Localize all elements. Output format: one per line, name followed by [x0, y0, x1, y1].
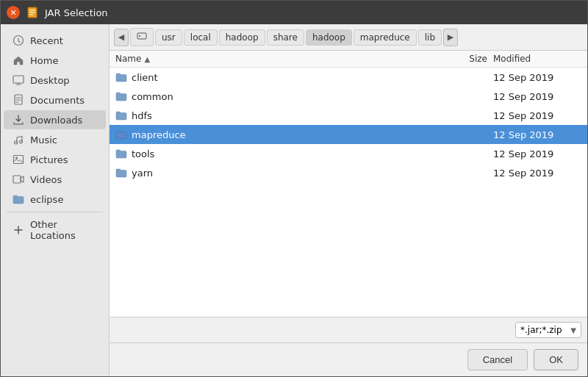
sidebar-item-home[interactable]: Home: [4, 51, 106, 70]
music-icon: [12, 134, 24, 146]
file-name-mapreduce: mapreduce: [132, 129, 186, 140]
sidebar-label-music: Music: [30, 134, 57, 146]
file-row-tools[interactable]: tools 12 Sep 2019: [110, 144, 587, 163]
sidebar-label-videos: Videos: [30, 174, 62, 185]
folder-icon-mapreduce: [115, 129, 127, 140]
file-row-client[interactable]: client 12 Sep 2019: [110, 68, 587, 87]
file-row-mapreduce[interactable]: mapreduce 12 Sep 2019: [110, 125, 587, 144]
svg-rect-2: [29, 12, 35, 13]
file-modified-mapreduce: 12 Sep 2019: [493, 129, 581, 140]
sidebar-divider: [7, 212, 103, 212]
svg-rect-11: [13, 176, 21, 183]
file-modified-tools: 12 Sep 2019: [493, 148, 581, 159]
title-bar: ✕ JAR Selection: [1, 1, 587, 24]
sidebar-item-eclipse[interactable]: eclipse: [4, 190, 106, 209]
sidebar-label-documents: Documents: [30, 95, 85, 106]
window-title: JAR Selection: [45, 7, 108, 18]
sidebar-label-recent: Recent: [30, 35, 63, 46]
sidebar-item-documents[interactable]: Documents: [4, 90, 106, 109]
breadcrumb-item-hadoop2[interactable]: hadoop: [306, 29, 352, 46]
sidebar-item-pictures[interactable]: Pictures: [4, 150, 106, 169]
close-button[interactable]: ✕: [7, 6, 20, 19]
svg-rect-5: [13, 76, 24, 83]
back-arrow-icon: ◀: [118, 32, 124, 42]
file-name-common: common: [132, 91, 173, 102]
sidebar-item-other-locations[interactable]: Other Locations: [4, 215, 106, 245]
breadcrumb-root[interactable]: [130, 28, 154, 46]
action-bar: Cancel OK: [110, 342, 587, 376]
svg-rect-3: [29, 14, 33, 15]
pictures-icon: [12, 154, 24, 165]
ok-button[interactable]: OK: [534, 349, 578, 370]
desktop-icon: [12, 74, 24, 86]
file-area: ◀ usr local hadoop share: [110, 24, 587, 376]
svg-rect-1: [29, 10, 35, 11]
svg-point-13: [139, 35, 140, 37]
filter-arrow-icon: ▼: [570, 326, 576, 334]
file-list: Name ▲ Size Modified client: [110, 51, 587, 317]
folder-icon-yarn: [115, 167, 127, 179]
breadcrumb-item-lib[interactable]: lib: [418, 29, 442, 46]
sidebar-item-videos[interactable]: Videos: [4, 170, 106, 189]
file-name-client: client: [132, 72, 158, 83]
file-modified-hdfs: 12 Sep 2019: [493, 110, 581, 121]
file-modified-yarn: 12 Sep 2019: [493, 168, 581, 179]
drive-icon: [137, 31, 147, 41]
column-header-name[interactable]: Name ▲: [115, 54, 434, 64]
sidebar-label-desktop: Desktop: [30, 75, 70, 86]
filter-bar: *.jar;*.zip ▼: [110, 317, 587, 342]
svg-rect-12: [137, 33, 146, 39]
sidebar-label-downloads: Downloads: [30, 115, 82, 126]
sidebar-item-desktop[interactable]: Desktop: [4, 71, 106, 90]
videos-icon: [12, 173, 24, 185]
breadcrumb-item-share[interactable]: share: [267, 29, 304, 46]
column-header-modified[interactable]: Modified: [493, 54, 581, 64]
svg-rect-9: [14, 156, 24, 164]
breadcrumb-item-mapreduce[interactable]: mapreduce: [354, 29, 417, 46]
folder-icon-hdfs: [115, 109, 127, 121]
file-modified-common: 12 Sep 2019: [493, 91, 581, 102]
file-row-yarn[interactable]: yarn 12 Sep 2019: [110, 163, 587, 182]
breadcrumb-item-hadoop1[interactable]: hadoop: [219, 29, 265, 46]
sidebar-label-other-locations: Other Locations: [30, 219, 97, 241]
sidebar-item-downloads[interactable]: Downloads: [4, 110, 106, 129]
main-content: Recent Home Desktop Docume: [1, 24, 587, 376]
file-name-tools: tools: [132, 148, 154, 159]
filter-dropdown[interactable]: *.jar;*.zip ▼: [515, 322, 581, 338]
sort-arrow-icon: ▲: [144, 55, 150, 63]
sidebar-label-pictures: Pictures: [30, 154, 68, 165]
breadcrumb-forward-button[interactable]: ▶: [443, 29, 458, 46]
breadcrumb-back-button[interactable]: ◀: [114, 29, 129, 46]
file-modified-client: 12 Sep 2019: [493, 72, 581, 83]
sidebar-label-eclipse: eclipse: [30, 194, 63, 205]
home-icon: [12, 54, 24, 66]
sidebar-item-music[interactable]: Music: [4, 130, 106, 149]
file-row-hdfs[interactable]: hdfs 12 Sep 2019: [110, 106, 587, 125]
forward-arrow-icon: ▶: [448, 32, 453, 42]
folder-icon-tools: [115, 148, 127, 159]
clock-icon: [12, 35, 24, 46]
folder-icon-client: [115, 71, 127, 83]
file-row-common[interactable]: common 12 Sep 2019: [110, 87, 587, 106]
breadcrumb-item-usr[interactable]: usr: [155, 29, 182, 46]
filter-label: *.jar;*.zip: [520, 325, 562, 335]
breadcrumb-bar: ◀ usr local hadoop share: [110, 24, 587, 51]
file-list-header: Name ▲ Size Modified: [110, 51, 587, 68]
documents-icon: [12, 94, 24, 106]
jar-selection-dialog: ✕ JAR Selection Recent: [0, 0, 588, 377]
folder-icon-common: [115, 90, 127, 102]
sidebar-label-home: Home: [30, 55, 58, 66]
column-header-size[interactable]: Size: [434, 54, 493, 64]
breadcrumb-item-local[interactable]: local: [184, 29, 218, 46]
cancel-button[interactable]: Cancel: [467, 349, 528, 370]
window-icon: [26, 6, 39, 19]
sidebar: Recent Home Desktop Docume: [1, 24, 110, 376]
close-icon: ✕: [10, 8, 16, 18]
sidebar-item-recent[interactable]: Recent: [4, 31, 106, 50]
plus-icon: [12, 224, 24, 236]
downloads-icon: [12, 114, 24, 126]
file-name-hdfs: hdfs: [132, 110, 152, 121]
folder-icon: [12, 193, 24, 205]
file-name-yarn: yarn: [132, 168, 153, 179]
